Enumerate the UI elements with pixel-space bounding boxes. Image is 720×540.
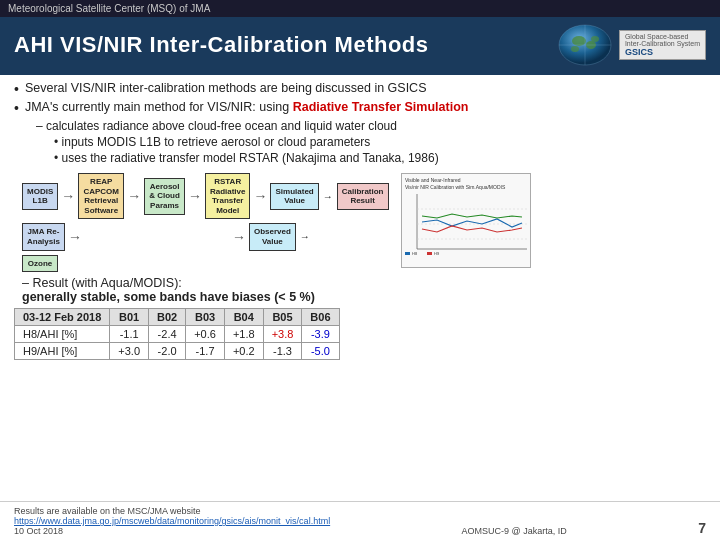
logo-area: Global Space-based Inter-Calibration Sys… xyxy=(557,23,706,67)
table-cell-h8-b05: +3.8 xyxy=(263,326,302,343)
table-cell-label-h8: H8/AHI [%] xyxy=(15,326,110,343)
table-cell-h9-b02: -2.0 xyxy=(149,343,186,360)
arrow4: → xyxy=(253,188,267,204)
footer-page-number: 7 xyxy=(698,520,706,536)
mini-chart-area: Visible and Near-Infrared Vis/nir NIR Ca… xyxy=(401,173,531,268)
table-cell-h8-b03: +0.6 xyxy=(186,326,225,343)
calibration-box: CalibrationResult xyxy=(337,183,389,210)
flow-diagram: MODISL1B → REAPCAPCOMRetrievalSoftware →… xyxy=(22,173,389,272)
result-text1: – Result (with Aqua/MODIS): xyxy=(22,276,706,290)
reap-capcom-box: REAPCAPCOMRetrievalSoftware xyxy=(78,173,124,219)
table-row-h8: H8/AHI [%] -1.1 -2.4 +0.6 +1.8 +3.8 -3.9 xyxy=(15,326,340,343)
arrow7: → xyxy=(300,231,310,242)
bullet-text-1: Several VIS/NIR inter-calibration method… xyxy=(25,81,427,95)
simulated-box: SimulatedValue xyxy=(270,183,318,210)
page-title: AHI VIS/NIR Inter-Calibration Methods xyxy=(14,32,429,58)
result-text2: generally stable, some bands have biases… xyxy=(22,290,706,304)
bullet-dot-1: • xyxy=(14,82,19,96)
footer: Results are available on the MSC/JMA web… xyxy=(0,501,720,540)
footer-date: 10 Oct 2018 xyxy=(14,526,330,536)
gsics-logo: Global Space-based Inter-Calibration Sys… xyxy=(619,30,706,60)
globe-icon xyxy=(557,23,613,67)
table-header-date: 03-12 Feb 2018 xyxy=(15,309,110,326)
title-section: AHI VIS/NIR Inter-Calibration Methods xyxy=(0,17,720,75)
header-bar: Meteorological Satellite Center (MSQ) of… xyxy=(0,0,720,17)
modis-l1b-box: MODISL1B xyxy=(22,183,58,210)
bullet-text-2: JMA's currently main method for VIS/NIR:… xyxy=(25,100,469,114)
svg-point-3 xyxy=(571,46,579,52)
rstar-box: RSTARRadiativeTransferModel xyxy=(205,173,251,219)
arrow6: → xyxy=(232,229,246,245)
table-cell-h8-b01: -1.1 xyxy=(110,326,149,343)
table-cell-label-h9: H9/AHI [%] xyxy=(15,343,110,360)
data-table: 03-12 Feb 2018 B01 B02 B03 B04 B05 B06 H… xyxy=(14,308,340,360)
svg-point-1 xyxy=(572,36,586,46)
arrow3: → xyxy=(188,188,202,204)
svg-text:H9: H9 xyxy=(434,251,440,256)
table-row-h9: H9/AHI [%] +3.0 -2.0 -1.7 +0.2 -1.3 -5.0 xyxy=(15,343,340,360)
table-cell-h9-b05: -1.3 xyxy=(263,343,302,360)
org-label: Meteorological Satellite Center (MSQ) of… xyxy=(8,3,210,14)
table-cell-h9-b03: -1.7 xyxy=(186,343,225,360)
svg-rect-16 xyxy=(405,252,410,255)
arrow1: → xyxy=(61,188,75,204)
table-header-b03: B03 xyxy=(186,309,225,326)
arrow2: → xyxy=(127,188,141,204)
bullet-item-1: • Several VIS/NIR inter-calibration meth… xyxy=(14,81,706,96)
footer-center: AOMSUC-9 @ Jakarta, ID xyxy=(462,526,567,536)
table-cell-h9-b06: -5.0 xyxy=(302,343,339,360)
sub-item-1: – calculates radiance above cloud-free o… xyxy=(36,119,706,133)
svg-point-4 xyxy=(591,36,599,42)
table-header-b01: B01 xyxy=(110,309,149,326)
bullet-dot-2: • xyxy=(14,101,19,115)
results-available-text: Results are available on the MSC/JMA web… xyxy=(14,506,330,516)
ozone-box: Ozone xyxy=(22,255,58,273)
aerosol-box: Aerosol& CloudParams xyxy=(144,178,185,215)
arrow5: → xyxy=(68,229,82,245)
sub-sub-item-2: uses the radiative transfer model RSTAR … xyxy=(54,151,706,165)
svg-text:Vis/nir NIR Calibration with S: Vis/nir NIR Calibration with Sim.Aqua/MO… xyxy=(405,184,506,190)
jma-reanalysis-box: JMA Re-Analysis xyxy=(22,223,65,250)
footer-left: Results are available on the MSC/JMA web… xyxy=(14,506,330,536)
table-cell-h9-b01: +3.0 xyxy=(110,343,149,360)
table-cell-h8-b02: -2.4 xyxy=(149,326,186,343)
footer-url[interactable]: https://www.data.jma.go.jp/mscweb/data/m… xyxy=(14,516,330,526)
table-cell-h9-b04: +0.2 xyxy=(224,343,263,360)
table-header-b02: B02 xyxy=(149,309,186,326)
table-cell-h8-b06: -3.9 xyxy=(302,326,339,343)
table-header-b04: B04 xyxy=(224,309,263,326)
bullet-item-2: • JMA's currently main method for VIS/NI… xyxy=(14,100,706,115)
arrow-merge: → xyxy=(323,191,333,202)
observed-box: ObservedValue xyxy=(249,223,296,250)
svg-text:Visible and Near-Infrared: Visible and Near-Infrared xyxy=(405,177,461,183)
result-section: – Result (with Aqua/MODIS): generally st… xyxy=(22,276,706,304)
table-header-b05: B05 xyxy=(263,309,302,326)
table-cell-h8-b04: +1.8 xyxy=(224,326,263,343)
svg-rect-18 xyxy=(427,252,432,255)
highlight-text: Radiative Transfer Simulation xyxy=(293,100,469,114)
sub-sub-item-1: inputs MODIS L1B to retrieve aerosol or … xyxy=(54,135,706,149)
main-content: • Several VIS/NIR inter-calibration meth… xyxy=(0,75,720,171)
svg-text:H8: H8 xyxy=(412,251,418,256)
table-header-b06: B06 xyxy=(302,309,339,326)
